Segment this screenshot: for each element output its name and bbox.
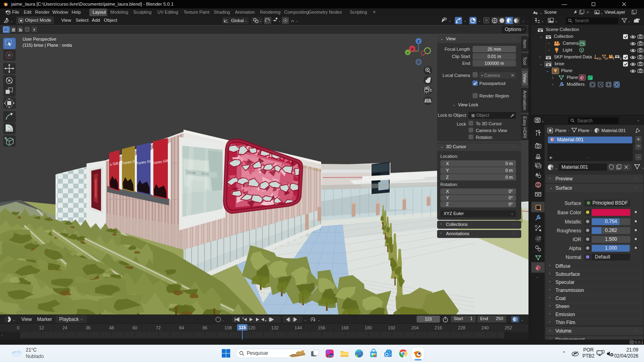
svg-text:⌄: ⌄	[10, 19, 13, 23]
svg-text:M365: M365	[328, 355, 333, 357]
svg-text:⌄: ⌄	[295, 19, 298, 23]
svg-text:⌄: ⌄	[539, 11, 543, 15]
svg-text:⌄: ⌄	[627, 19, 631, 23]
svg-text:⌄: ⌄	[600, 11, 603, 15]
svg-text:⌄: ⌄	[448, 19, 451, 23]
svg-text:⌄: ⌄	[12, 318, 16, 322]
svg-text:⌄: ⌄	[541, 119, 545, 123]
svg-text:Global: Global	[231, 18, 244, 23]
svg-text:›: ›	[591, 128, 592, 132]
svg-text:✕: ✕	[586, 10, 589, 14]
svg-text:⌄: ⌄	[464, 19, 466, 23]
svg-text:›: ›	[568, 128, 569, 132]
svg-text:⌄: ⌄	[259, 19, 262, 23]
svg-text:4: 4	[613, 57, 614, 60]
svg-text:Plane: Plane	[578, 128, 589, 133]
svg-text:Y: Y	[407, 51, 409, 55]
svg-text:431: 431	[597, 57, 602, 60]
svg-text:⌄: ⌄	[555, 166, 558, 170]
svg-text:3: 3	[620, 57, 621, 60]
svg-text:X: X	[411, 47, 413, 51]
svg-text:⌄: ⌄	[304, 318, 307, 322]
svg-text:⌄: ⌄	[555, 19, 558, 23]
svg-text:⌄: ⌄	[278, 19, 281, 23]
svg-text:⌄: ⌄	[641, 165, 644, 170]
svg-text:Plane: Plane	[555, 128, 566, 133]
svg-text:1K: 1K	[605, 57, 608, 60]
svg-text:⌄: ⌄	[521, 318, 524, 322]
svg-text:⌄: ⌄	[541, 19, 544, 23]
svg-text:⌄: ⌄	[222, 319, 225, 322]
svg-text:⌄: ⌄	[478, 19, 481, 23]
svg-text:⌄: ⌄	[318, 318, 320, 322]
svg-text:⌄: ⌄	[245, 19, 248, 23]
svg-text:⌄: ⌄	[522, 19, 525, 23]
svg-text:Z: Z	[417, 39, 420, 43]
svg-text:Material.001: Material.001	[601, 128, 626, 133]
